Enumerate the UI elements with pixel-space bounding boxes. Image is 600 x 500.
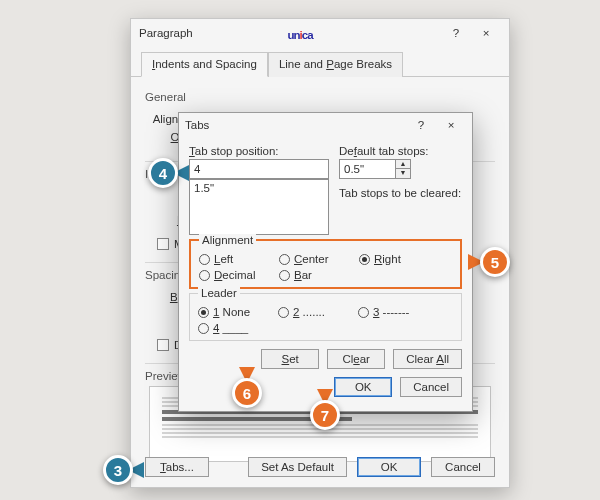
default-tabs-label: Default tab stops:	[339, 145, 462, 157]
align-bar-radio[interactable]: Bar	[279, 269, 341, 281]
clearall-button[interactable]: Clear All	[393, 349, 462, 369]
tabs-cancel-button[interactable]: Cancel	[400, 377, 462, 397]
tabstop-listbox[interactable]: 1.5"	[189, 179, 329, 235]
leader-3-radio[interactable]: 3 -------	[358, 306, 420, 318]
paragraph-titlebar: Paragraph ? ×	[131, 19, 509, 47]
callout-badge-4: 4	[148, 158, 178, 188]
callout-badge-7: 7	[310, 400, 340, 430]
help-button[interactable]: ?	[441, 21, 471, 45]
dontadd-checkbox[interactable]	[157, 339, 169, 351]
tabstop-pos-input[interactable]	[189, 159, 329, 179]
leader-4-radio[interactable]: 4 ____	[198, 322, 260, 334]
clear-button[interactable]: Clear	[327, 349, 385, 369]
callout-badge-5: 5	[480, 247, 510, 277]
leader-2-radio[interactable]: 2 .......	[278, 306, 340, 318]
leader-1-radio[interactable]: 1 None	[198, 306, 260, 318]
align-center-radio[interactable]: Center	[279, 253, 341, 265]
align-decimal-radio[interactable]: Decimal	[199, 269, 261, 281]
mirror-checkbox[interactable]	[157, 238, 169, 250]
close-button[interactable]: ×	[471, 21, 501, 45]
tabs-button[interactable]: Tabs...	[145, 457, 209, 477]
callout-badge-3: 3	[103, 455, 133, 485]
tabs-mid-buttons: Set Clear Clear All	[189, 349, 462, 369]
tab-line-page-breaks[interactable]: Line and Page Breaks	[268, 52, 403, 77]
tabs-body: Tab stop position: 1.5" Default tab stop…	[179, 137, 472, 405]
align-left-radio[interactable]: Left	[199, 253, 261, 265]
paragraph-bottom-buttons: Tabs... Set As Default OK Cancel	[145, 457, 495, 477]
default-tabs-spinner[interactable]: ▲▼	[339, 159, 462, 179]
align-right-radio[interactable]: Right	[359, 253, 421, 265]
tabs-dialog: Tabs ? × Tab stop position: 1.5" Default…	[178, 112, 473, 412]
tabstop-list-item: 1.5"	[194, 182, 214, 194]
leader-group: Leader 1 None 2 ....... 3 ------- 4 ____	[189, 293, 462, 341]
callout-badge-6: 6	[232, 378, 262, 408]
paragraph-ok-button[interactable]: OK	[357, 457, 421, 477]
paragraph-title: Paragraph	[139, 19, 193, 47]
tabstop-pos-label: Tab stop position:	[189, 145, 329, 157]
paragraph-cancel-button[interactable]: Cancel	[431, 457, 495, 477]
paragraph-tabs: Indents and Spacing Line and Page Breaks	[131, 47, 509, 77]
spin-up-icon[interactable]: ▲	[396, 160, 410, 169]
tabs-close-button[interactable]: ×	[436, 113, 466, 137]
tobe-cleared-label: Tab stops to be cleared:	[339, 187, 462, 199]
set-default-button[interactable]: Set As Default	[248, 457, 347, 477]
tab-indents-spacing[interactable]: Indents and Spacing	[141, 52, 268, 77]
spin-down-icon[interactable]: ▼	[396, 169, 410, 178]
alignment-group-label: Alignment	[199, 234, 256, 246]
tabs-title: Tabs	[185, 119, 209, 131]
section-general: General	[145, 91, 495, 103]
alignment-group: Alignment Left Center Right Decimal Bar	[189, 239, 462, 289]
default-tabs-input[interactable]	[339, 159, 395, 179]
set-button[interactable]: Set	[261, 349, 319, 369]
leader-group-label: Leader	[198, 287, 240, 299]
tabs-help-button[interactable]: ?	[406, 113, 436, 137]
tabs-ok-button[interactable]: OK	[334, 377, 392, 397]
tabs-titlebar: Tabs ? ×	[179, 113, 472, 137]
